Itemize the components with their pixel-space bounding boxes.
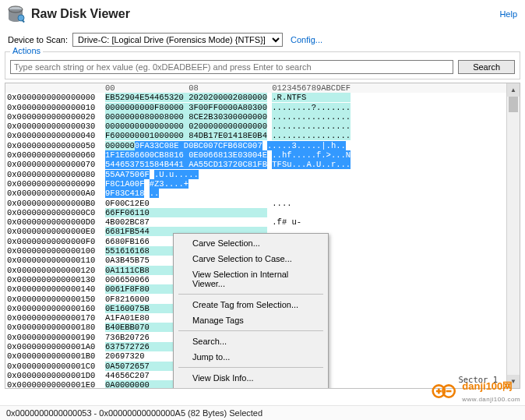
menu-item-carve-selection[interactable]: Carve Selection... [175, 235, 326, 251]
search-button[interactable]: Search [458, 60, 515, 74]
hex-row[interactable]: 0x0000000000000020 0000000080008000 8CE2… [5, 112, 520, 122]
menu-item-manage-tags[interactable]: Manage Tags [175, 312, 326, 328]
device-label: Device to Scan: [8, 35, 68, 44]
hex-row[interactable]: 0x0000000000000040 F600000001000000 84DB… [5, 131, 520, 140]
hex-row[interactable]: 0x0000000000000050 0000000FA33C08E D0BC0… [5, 141, 520, 150]
vertical-scrollbar[interactable]: ▲ ▼ [506, 83, 520, 388]
hex-row[interactable]: 0x00000000000000B0 0F00C12E0 .... [5, 199, 520, 208]
watermark: danji100网 www.danji100.com [432, 379, 520, 403]
menu-item-jump-to[interactable]: Jump to... [175, 349, 326, 365]
help-link[interactable]: Help [499, 9, 517, 19]
watermark-logo [432, 383, 458, 400]
actions-legend: Actions [10, 46, 43, 55]
menu-item-carve-selection-to-case[interactable]: Carve Selection to Case... [175, 251, 326, 266]
menu-separator [178, 294, 323, 295]
app-icon [6, 5, 25, 23]
hex-row[interactable]: 0x0000000000000080 55AA7506F .U.u..... [5, 170, 520, 179]
hex-row[interactable]: 0x0000000000000030 0000000000000000 0200… [5, 122, 520, 131]
hex-viewer: 00 08 0123456789ABCDEF0x0000000000000000… [5, 83, 520, 389]
actions-group: Actions Search [5, 51, 520, 79]
menu-item-create-tag-from-selection[interactable]: Create Tag from Selection... [175, 297, 326, 312]
device-row: Device to Scan: Drive-C: [Logical Drive … [0, 30, 525, 51]
menu-item-view-data-decode[interactable]: View Data Decode... [175, 386, 326, 389]
statusbar: 0x0000000000000053 - 0x00000000000000A5 … [0, 405, 525, 420]
hex-row[interactable]: 0x0000000000000070 544653751584B441 AA55… [5, 160, 520, 169]
context-menu: Carve Selection...Carve Selection to Cas… [173, 233, 329, 389]
scroll-up-arrow[interactable]: ▲ [507, 83, 520, 97]
watermark-text: danji100网 [462, 380, 513, 392]
menu-item-view-disk-info[interactable]: View Disk Info... [175, 370, 326, 386]
hex-row[interactable]: 0x0000000000000060 1F1E686600CB8816 0E00… [5, 150, 520, 160]
titlebar: Raw Disk Viewer Help [0, 0, 525, 30]
hex-row[interactable]: 0x0000000000000010 0000000000F80000 3F00… [5, 103, 520, 112]
hex-row[interactable]: 0x00000000000000D0 4B002BC87 .f# u- [5, 217, 520, 227]
scroll-thumb[interactable] [509, 97, 518, 112]
menu-separator [178, 367, 323, 368]
hex-header-row: 00 08 0123456789ABCDEF [5, 83, 520, 93]
hex-row[interactable]: 0x0000000000000090 F8C1A00F #Z3....+ [5, 179, 520, 189]
hex-row[interactable]: 0x00000000000000A0 9F83C418 .. [5, 189, 520, 198]
search-input[interactable] [10, 60, 453, 74]
menu-separator [178, 330, 323, 331]
config-link[interactable]: Config... [291, 35, 322, 44]
device-select[interactable]: Drive-C: [Logical Drive (Forensics Mode)… [72, 33, 283, 47]
app-title: Raw Disk Viewer [31, 7, 499, 21]
watermark-url: www.danji100.com [462, 396, 520, 403]
hex-row[interactable]: 0x0000000000000000 EB52904E54465320 2020… [5, 93, 520, 102]
hex-row[interactable]: 0x00000000000000C0 66FF06110 [5, 208, 520, 217]
menu-item-view-selection-in-internal-viewer[interactable]: View Selection in Internal Viewer... [175, 266, 326, 291]
menu-item-search[interactable]: Search... [175, 334, 326, 349]
